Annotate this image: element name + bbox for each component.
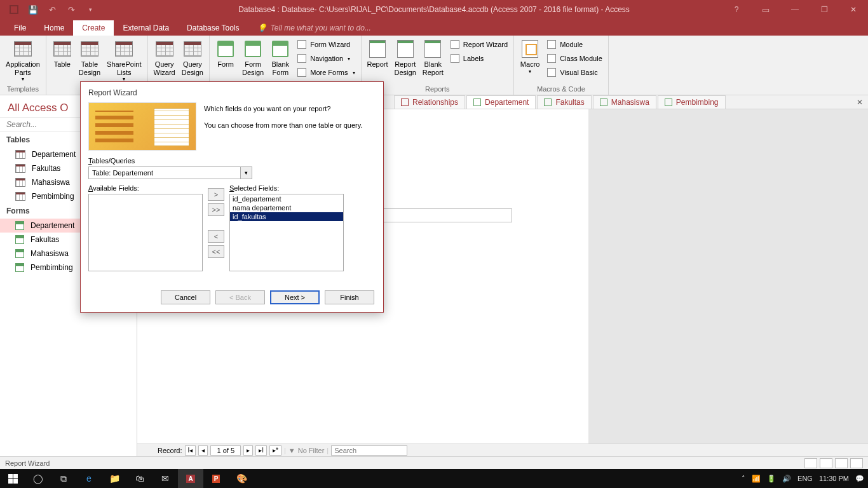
access-button[interactable]: A — [178, 469, 203, 488]
start-button[interactable] — [0, 469, 25, 488]
add-field-button[interactable]: > — [208, 188, 224, 201]
blank-form-button[interactable]: Blank Form — [268, 37, 293, 78]
available-fields-listbox[interactable] — [88, 194, 203, 271]
action-center-icon[interactable]: 💬 — [855, 475, 864, 483]
powerpoint-button[interactable]: P — [203, 469, 229, 488]
tray-up-icon[interactable]: ˄ — [742, 475, 745, 483]
module-icon — [547, 40, 556, 49]
record-new-button[interactable]: ▸* — [269, 445, 281, 456]
add-all-fields-button[interactable]: >> — [208, 203, 224, 216]
report-wizard-dialog: Report Wizard Which fields do you want o… — [80, 81, 384, 313]
visual-basic-icon — [547, 68, 556, 77]
report-button[interactable]: Report — [365, 37, 391, 70]
record-next-button[interactable]: ▸ — [243, 445, 253, 456]
mail-button[interactable]: ✉ — [153, 469, 178, 488]
tab-create[interactable]: Create — [73, 20, 114, 36]
query-wizard-button[interactable]: Query Wizard — [151, 37, 178, 78]
remove-all-fields-button[interactable]: << — [208, 245, 224, 258]
combo-dropdown-icon[interactable]: ▾ — [241, 166, 252, 179]
help-button[interactable]: ? — [722, 0, 751, 19]
navigation-button[interactable]: Navigation▾ — [294, 51, 357, 65]
battery-icon[interactable]: 🔋 — [767, 475, 776, 483]
task-view-button[interactable]: ⧉ — [51, 469, 76, 488]
application-parts-button[interactable]: Application Parts▾ — [3, 37, 43, 83]
list-item[interactable]: id_fakultas — [230, 212, 343, 221]
labels-button[interactable]: Labels — [447, 51, 510, 65]
redo-icon[interactable]: ↷ — [62, 1, 80, 18]
relationships-icon — [401, 98, 409, 106]
svg-rect-1 — [11, 6, 17, 13]
tab-file[interactable]: File — [5, 20, 35, 36]
doctab-pembimbing[interactable]: Pembimbing — [658, 95, 726, 109]
report-design-button[interactable]: Report Design — [392, 37, 419, 78]
more-forms-button[interactable]: More Forms▾ — [294, 65, 357, 79]
available-fields-label: Available Fields: — [88, 184, 203, 192]
minimize-button[interactable]: — — [780, 0, 810, 19]
restore-button[interactable]: ❐ — [810, 0, 839, 19]
cortana-button[interactable]: ◯ — [25, 469, 51, 488]
tables-queries-label: Tables/Queries — [88, 157, 376, 165]
sharepoint-lists-button[interactable]: SharePoint Lists▾ — [104, 37, 144, 83]
undo-icon[interactable]: ↶ — [43, 1, 61, 18]
back-button[interactable]: < Back — [215, 290, 265, 304]
record-last-button[interactable]: ▸I — [255, 445, 267, 456]
view-design-button[interactable] — [850, 458, 863, 468]
save-icon[interactable]: 💾 — [24, 1, 42, 18]
network-icon[interactable]: 📶 — [752, 475, 761, 483]
form-design-button[interactable]: Form Design — [240, 37, 266, 78]
macro-button[interactable]: Macro▾ — [517, 37, 543, 76]
form-wizard-button[interactable]: Form Wizard — [294, 37, 357, 51]
next-button[interactable]: Next > — [270, 290, 320, 304]
record-first-button[interactable]: I◂ — [185, 445, 196, 456]
edge-button[interactable]: e — [76, 469, 102, 488]
macro-icon — [522, 40, 538, 58]
module-button[interactable]: Module — [544, 37, 605, 51]
list-item[interactable]: id_departement — [230, 194, 343, 203]
query-design-button[interactable]: Query Design — [179, 37, 206, 78]
table-design-button[interactable]: Table Design — [76, 37, 103, 78]
record-prev-button[interactable]: ◂ — [198, 445, 208, 456]
file-explorer-button[interactable]: 📁 — [102, 469, 127, 488]
class-module-button[interactable]: Class Module — [544, 51, 605, 65]
doctab-relationships[interactable]: Relationships — [394, 95, 465, 109]
doctab-departement[interactable]: Departement — [466, 95, 536, 109]
volume-icon[interactable]: 🔊 — [782, 475, 791, 483]
record-position-input[interactable] — [210, 445, 241, 456]
selected-fields-listbox[interactable]: id_departement nama departement id_fakul… — [229, 194, 344, 271]
remove-field-button[interactable]: < — [208, 230, 224, 243]
view-layout-button[interactable] — [835, 458, 848, 468]
filter-icon[interactable]: ▼ — [288, 447, 295, 454]
form-icon — [217, 41, 234, 57]
tables-queries-combo[interactable] — [88, 166, 241, 179]
view-form-button[interactable] — [804, 458, 817, 468]
cancel-button[interactable]: Cancel — [161, 290, 210, 304]
list-item[interactable]: nama departement — [230, 203, 343, 212]
window-title: Database4 : Database- C:\Users\RIJAL_PC\… — [238, 5, 630, 14]
qat-customize-icon[interactable]: ▾ — [81, 1, 99, 18]
form-icon — [665, 98, 672, 106]
paint-button[interactable]: 🎨 — [229, 469, 254, 488]
tab-external-data[interactable]: External Data — [114, 20, 178, 36]
tab-database-tools[interactable]: Database Tools — [178, 20, 248, 36]
view-datasheet-button[interactable] — [820, 458, 832, 468]
language-indicator[interactable]: ENG — [797, 475, 813, 482]
form-button[interactable]: Form — [213, 37, 238, 70]
tab-home[interactable]: Home — [35, 20, 73, 36]
doctab-close-icon[interactable]: ✕ — [857, 98, 863, 107]
store-button[interactable]: 🛍 — [127, 469, 153, 488]
table-button[interactable]: Table — [50, 37, 75, 70]
blank-report-button[interactable]: Blank Report — [420, 37, 446, 78]
wizard-hero-image — [88, 102, 196, 151]
record-search-input[interactable] — [331, 445, 407, 456]
tell-me-search[interactable]: 💡Tell me what you want to do... — [248, 20, 380, 36]
finish-button[interactable]: Finish — [325, 290, 374, 304]
table-design-icon — [81, 41, 98, 57]
visual-basic-button[interactable]: Visual Basic — [544, 65, 605, 79]
doctab-mahasiswa[interactable]: Mahasiswa — [593, 95, 656, 109]
doctab-fakultas[interactable]: Fakultas — [537, 95, 591, 109]
clock[interactable]: 11:30 PM — [819, 475, 849, 482]
ribbon-options-icon[interactable]: ▭ — [751, 0, 780, 19]
app-parts-icon — [14, 41, 32, 57]
close-button[interactable]: ✕ — [839, 0, 868, 19]
report-wizard-button[interactable]: Report Wizard — [447, 37, 510, 51]
